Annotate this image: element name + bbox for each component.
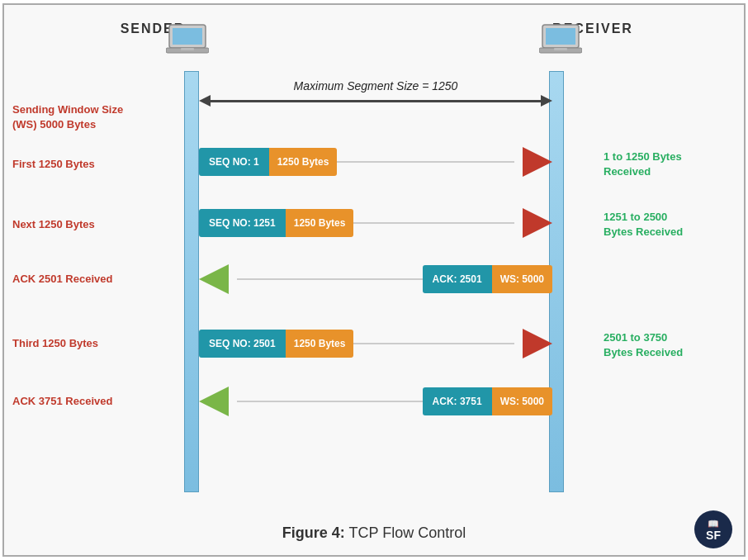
next-1250-label: Next 1250 Bytes [12,218,169,230]
mss-line [211,100,541,102]
seq1-blue: SEQ NO: 1 [199,148,269,176]
mss-arrow-right [541,95,552,107]
figure-caption-text: TCP Flow Control [345,524,466,541]
ack1-row: ACK: 2501 WS: 5000 [199,264,552,294]
seq2-orange: 1250 Bytes [286,209,354,237]
svg-rect-5 [546,28,575,45]
figure-caption-bold: Figure 4: [282,524,345,541]
sf-logo-text: SF [706,529,721,541]
seq2-line [353,222,514,224]
seq1-row: SEQ NO: 1 1250 Bytes [199,147,552,177]
seq3-line [353,343,514,344]
mss-arrow [199,95,552,107]
right-label-third: 2501 to 3750Bytes Received [604,330,736,360]
ack2-row: ACK: 3751 WS: 5000 [199,387,552,416]
seq3-row: SEQ NO: 2501 1250 Bytes [199,329,552,358]
right-label-first: 1 to 1250 BytesReceived [604,149,736,179]
seq3-orange: 1250 Bytes [286,330,354,358]
seq2-arrow [523,208,552,238]
ack2-blue: ACK: 3751 [423,387,492,415]
main-container: SENDER RECEIVER Maximum Segment Size = 1… [2,3,746,557]
seq1-arrow [523,147,552,177]
ws-label: Sending Window Size(WS) 5000 Bytes [12,102,178,132]
right-label-next: 1251 to 2500Bytes Received [604,210,736,240]
ack1-line [237,278,423,280]
sender-computer-icon [166,23,209,61]
third-1250-label: Third 1250 Bytes [12,337,169,349]
ack-3751-label: ACK 3751 Received [12,395,169,407]
sf-logo: 📖 SF [694,510,732,548]
seq3-blue: SEQ NO: 2501 [199,330,286,358]
sender-column [184,71,199,492]
seq1-orange: 1250 Bytes [269,148,338,176]
seq1-line [337,161,514,163]
ack2-arrow [199,387,229,416]
seq2-row: SEQ NO: 1251 1250 Bytes [199,208,552,238]
mss-arrow-left [199,95,211,107]
sf-logo-book-icon: 📖 [708,519,719,529]
first-1250-label: First 1250 Bytes [12,158,169,170]
figure-caption: Figure 4: TCP Flow Control [4,524,744,542]
svg-rect-1 [173,28,202,45]
ack2-orange: WS: 5000 [492,387,552,415]
ack2-line [237,401,423,402]
ack1-orange: WS: 5000 [492,265,552,293]
mss-label: Maximum Segment Size = 1250 [294,79,458,93]
svg-rect-3 [181,48,194,50]
ack-2501-label: ACK 2501 Received [12,273,169,285]
ack1-blue: ACK: 2501 [423,265,492,293]
ack1-arrow [199,264,229,294]
receiver-computer-icon [539,23,582,61]
seq2-blue: SEQ NO: 1251 [199,209,286,237]
svg-rect-7 [554,48,567,50]
seq3-arrow [523,329,552,358]
